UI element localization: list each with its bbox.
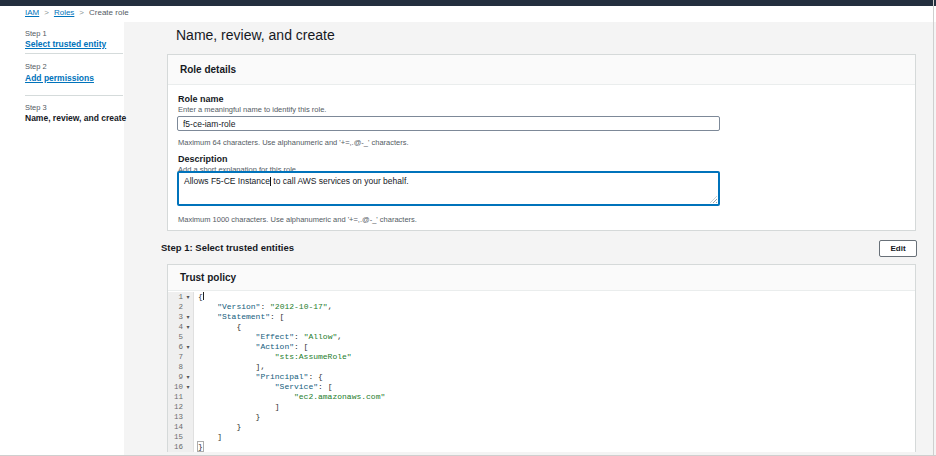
line-number: 2	[168, 302, 183, 312]
code-line-6: 6▾ "Action": [	[168, 342, 915, 352]
line-number: 13	[168, 412, 183, 422]
breadcrumb-link-iam[interactable]: IAM	[25, 8, 39, 17]
line-number: 3	[168, 312, 183, 322]
panel-right-divider	[933, 0, 934, 456]
line-number: 14	[168, 422, 183, 432]
fold-toggle-icon[interactable]: ▾	[183, 292, 193, 302]
code-line-8: 8 ],	[168, 362, 915, 372]
code-line-1: 1▾{	[168, 292, 915, 302]
gutter: 2	[168, 302, 194, 312]
role-name-hint: Enter a meaningful name to identify this…	[178, 105, 326, 114]
breadcrumb-link-roles[interactable]: Roles	[54, 8, 74, 17]
code-text: }	[194, 442, 203, 452]
description-constraint: Maximum 1000 characters. Use alphanumeri…	[178, 215, 417, 224]
breadcrumb-current-create-role: Create role	[89, 8, 129, 17]
code-line-15: 15 ]	[168, 432, 915, 442]
line-number: 16	[168, 442, 183, 452]
code-text: {	[194, 292, 204, 302]
fold-toggle-icon[interactable]: ▾	[183, 312, 193, 322]
code-text: ],	[194, 362, 265, 372]
step1-label: Step 1	[25, 29, 47, 38]
gutter: 15	[168, 432, 194, 442]
fold-toggle-icon	[183, 412, 193, 422]
line-number: 5	[168, 332, 183, 342]
gutter: 14	[168, 422, 194, 432]
gutter: 13	[168, 412, 194, 422]
gutter: 6▾	[168, 342, 194, 352]
code-text: "ec2.amazonaws.com"	[194, 392, 385, 402]
description-textarea[interactable]: Allows F5-CE Instance to call AWS servic…	[177, 171, 720, 206]
sidebar-item-select-trusted-entity[interactable]: Select trusted entity	[25, 39, 106, 49]
code-line-16: 16}	[168, 442, 915, 452]
gutter: 16	[168, 442, 194, 452]
line-number: 1	[168, 292, 183, 302]
line-number: 4	[168, 322, 183, 332]
code-text: ]	[194, 402, 280, 412]
fold-toggle-icon	[183, 352, 193, 362]
step2-label: Step 2	[25, 62, 47, 71]
trust-policy-editor[interactable]: 1▾{2 "Version": "2012-10-17",3▾ "Stateme…	[168, 292, 915, 452]
code-line-7: 7 "sts:AssumeRole"	[168, 352, 915, 362]
role-name-constraint: Maximum 64 characters. Use alphanumeric …	[178, 138, 409, 147]
line-number: 9	[168, 372, 183, 382]
fold-toggle-icon	[183, 442, 193, 452]
line-number: 15	[168, 432, 183, 442]
sidebar-divider	[25, 95, 123, 96]
gutter: 10▾	[168, 382, 194, 392]
code-line-9: 9▾ "Principal": {	[168, 372, 915, 382]
code-line-12: 12 ]	[168, 402, 915, 412]
trust-policy-card: Trust policy 1▾{2 "Version": "2012-10-17…	[167, 264, 916, 452]
code-text: "Action": [	[194, 342, 308, 352]
gutter: 11	[168, 392, 194, 402]
step1-section-title: Step 1: Select trusted entities	[161, 242, 294, 253]
code-line-4: 4▾ {	[168, 322, 915, 332]
code-line-5: 5 "Effect": "Allow",	[168, 332, 915, 342]
code-text: }	[194, 412, 260, 422]
fold-toggle-icon	[183, 332, 193, 342]
page-title: Name, review, and create	[176, 27, 335, 43]
role-details-card-title: Role details	[168, 55, 915, 85]
gutter: 7	[168, 352, 194, 362]
fold-toggle-icon[interactable]: ▾	[183, 382, 193, 392]
step3-label: Step 3	[25, 103, 47, 112]
gutter: 3▾	[168, 312, 194, 322]
chevron-right-icon: >	[44, 8, 49, 17]
code-line-13: 13 }	[168, 412, 915, 422]
fold-toggle-icon	[183, 362, 193, 372]
fold-toggle-icon	[183, 402, 193, 412]
fold-toggle-icon	[183, 432, 193, 442]
console-top-bar	[0, 0, 936, 6]
code-text: "Version": "2012-10-17",	[194, 302, 332, 312]
line-number: 7	[168, 352, 183, 362]
gutter: 12	[168, 402, 194, 412]
fold-toggle-icon[interactable]: ▾	[183, 372, 193, 382]
code-line-3: 3▾ "Statement": [	[168, 312, 915, 322]
description-text-before-cursor: Allows F5-CE Instance	[184, 176, 270, 186]
role-name-input[interactable]	[177, 116, 720, 131]
gutter: 8	[168, 362, 194, 372]
code-line-14: 14 }	[168, 422, 915, 432]
sidebar-divider	[25, 53, 123, 54]
edit-button[interactable]: Edit	[879, 240, 917, 257]
gutter: 5	[168, 332, 194, 342]
fold-toggle-icon[interactable]: ▾	[183, 322, 193, 332]
line-number: 12	[168, 402, 183, 412]
gutter: 4▾	[168, 322, 194, 332]
chevron-right-icon: >	[79, 8, 84, 17]
sidebar-item-name-review-create: Name, review, and create	[25, 113, 126, 123]
sidebar-item-add-permissions[interactable]: Add permissions	[25, 73, 94, 83]
code-text: "Principal": {	[194, 372, 323, 382]
description-text-after-cursor: to call AWS services on your behalf.	[271, 176, 409, 186]
breadcrumb: IAM > Roles > Create role	[25, 8, 129, 17]
fold-toggle-icon	[183, 422, 193, 432]
fold-toggle-icon	[183, 392, 193, 402]
line-number: 6	[168, 342, 183, 352]
fold-toggle-icon[interactable]: ▾	[183, 342, 193, 352]
textarea-resize-handle[interactable]	[710, 196, 717, 203]
code-text: ]	[194, 432, 222, 442]
line-number: 10	[168, 382, 183, 392]
code-text: "Statement": [	[194, 312, 284, 322]
fold-toggle-icon	[183, 302, 193, 312]
description-label: Description	[178, 154, 228, 164]
code-line-11: 11 "ec2.amazonaws.com"	[168, 392, 915, 402]
